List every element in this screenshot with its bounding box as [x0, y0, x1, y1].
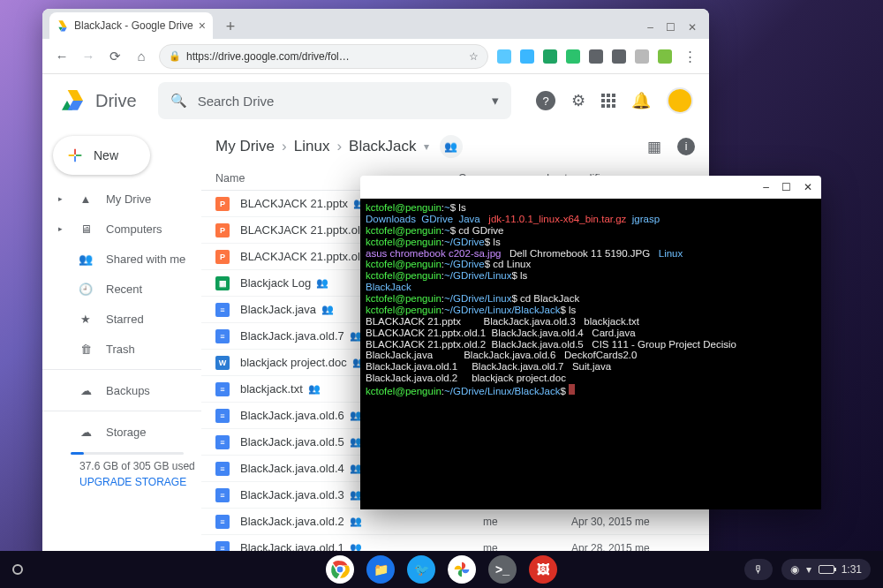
- search-placeholder: Search Drive: [198, 94, 275, 109]
- sidebar-item-label: Backups: [106, 384, 150, 397]
- sidebar-item-label: Starred: [106, 313, 144, 326]
- extension-icon[interactable]: [635, 49, 649, 64]
- file-row[interactable]: ≡BlackJack.java.old.2👥meApr 30, 2015 me: [201, 509, 709, 535]
- breadcrumb-item[interactable]: Linux: [294, 138, 330, 155]
- battery-icon: [819, 565, 834, 574]
- sidebar-item-label: Recent: [106, 283, 142, 296]
- status-pill[interactable]: ◉ ▾ 1:31: [781, 559, 871, 580]
- shelf-app-terminal[interactable]: >_: [488, 555, 517, 584]
- chromeos-shelf: 📁🐦>_🖼 🎙 ◉ ▾ 1:31: [0, 551, 883, 588]
- menu-button[interactable]: ⋮: [681, 48, 698, 65]
- nav-glyph-icon: 🕘: [78, 283, 94, 296]
- forward-button[interactable]: →: [79, 48, 97, 65]
- file-type-icon: ≡: [215, 435, 230, 449]
- bookmark-star-icon[interactable]: ☆: [469, 50, 479, 63]
- file-name: BLACKJACK 21.pptx: [240, 197, 348, 210]
- shelf-app-twitter[interactable]: 🐦: [407, 555, 435, 584]
- new-button[interactable]: New: [53, 136, 150, 175]
- term-minimize-button[interactable]: –: [763, 181, 769, 193]
- file-type-icon: ≡: [215, 329, 230, 343]
- new-tab-button[interactable]: +: [218, 14, 243, 39]
- details-info-icon[interactable]: i: [677, 138, 695, 155]
- mic-pill[interactable]: 🎙: [744, 559, 773, 580]
- header-actions: ? ⚙ 🔔: [536, 87, 693, 114]
- back-button[interactable]: ←: [53, 48, 71, 65]
- reload-button[interactable]: ⟳: [106, 48, 124, 65]
- file-name: BlackJack.java.old.5: [240, 435, 344, 449]
- file-name: blackjack project.doc: [240, 356, 347, 369]
- help-icon[interactable]: ?: [536, 91, 555, 110]
- chevron-right-icon: ›: [336, 138, 342, 155]
- mic-icon: 🎙: [753, 563, 764, 576]
- file-type-icon: ≡: [215, 515, 230, 529]
- search-icon: 🔍: [170, 93, 187, 109]
- sidebar-item-backups[interactable]: ☁ Backups: [42, 375, 201, 405]
- breadcrumb: My Drive › Linux › BlackJack ▾ 👥 ▦ i: [201, 127, 709, 166]
- plus-icon: [65, 146, 85, 165]
- share-folder-icon[interactable]: 👥: [440, 135, 463, 158]
- term-close-button[interactable]: ✕: [804, 181, 812, 193]
- chevron-right-icon: ›: [282, 138, 287, 155]
- clock-text: 1:31: [841, 563, 862, 576]
- minimize-button[interactable]: –: [647, 21, 653, 34]
- notifications-icon[interactable]: 🔔: [631, 91, 651, 110]
- launcher-button[interactable]: [12, 564, 23, 575]
- file-type-icon: ≡: [215, 462, 230, 476]
- home-button[interactable]: ⌂: [132, 48, 150, 65]
- nav-glyph-icon: 🗑: [78, 343, 94, 356]
- wifi-icon: ▾: [806, 563, 811, 576]
- sidebar-item-trash[interactable]: 🗑Trash: [42, 334, 201, 364]
- sidebar-item-storage[interactable]: ☁ Storage: [42, 417, 201, 447]
- extension-icon[interactable]: [520, 49, 534, 64]
- file-type-icon: P: [215, 197, 230, 211]
- account-avatar[interactable]: [667, 87, 693, 114]
- storage-cloud-icon: ☁: [78, 426, 94, 439]
- shelf-app-files[interactable]: 📁: [366, 555, 395, 584]
- extensions-area: [497, 49, 672, 64]
- sidebar-item-label: Shared with me: [106, 253, 185, 266]
- extension-icon[interactable]: [658, 49, 672, 64]
- chevron-down-icon[interactable]: ▾: [424, 140, 429, 153]
- breadcrumb-item-current[interactable]: BlackJack: [349, 138, 417, 155]
- sidebar-item-my-drive[interactable]: ▸▲My Drive: [42, 184, 201, 214]
- terminal-output[interactable]: kctofel@penguin:~$ ls Downloads GDrive J…: [360, 199, 821, 509]
- apps-grid-icon[interactable]: [601, 94, 615, 108]
- term-maximize-button[interactable]: ☐: [781, 181, 791, 193]
- shelf-app-image[interactable]: 🖼: [529, 555, 557, 584]
- grid-view-icon[interactable]: ▦: [647, 138, 661, 156]
- shelf-app-photos[interactable]: [448, 555, 476, 584]
- file-type-icon: W: [215, 356, 230, 370]
- extension-icon[interactable]: [612, 49, 626, 64]
- sidebar-item-recent[interactable]: 🕘Recent: [42, 274, 201, 304]
- file-type-icon: ≡: [215, 303, 230, 317]
- settings-gear-icon[interactable]: ⚙: [571, 91, 585, 110]
- active-tab[interactable]: BlackJack - Google Drive ×: [49, 12, 213, 39]
- shelf-app-chrome[interactable]: [326, 555, 354, 584]
- breadcrumb-item[interactable]: My Drive: [215, 138, 275, 155]
- new-button-label: New: [94, 148, 118, 162]
- notification-dot-icon: ◉: [790, 563, 799, 576]
- shelf-status[interactable]: 🎙 ◉ ▾ 1:31: [744, 559, 883, 580]
- upgrade-storage-link[interactable]: UPGRADE STORAGE: [79, 476, 201, 488]
- drive-favicon-icon: [57, 19, 69, 32]
- sidebar-item-computers[interactable]: ▸🖥Computers: [42, 214, 201, 244]
- sidebar-item-label: Trash: [106, 343, 135, 356]
- search-drive[interactable]: 🔍 Search Drive ▾: [158, 82, 511, 119]
- search-options-icon[interactable]: ▾: [492, 93, 499, 109]
- address-bar[interactable]: 🔒 https://drive.google.com/drive/fol… ☆: [159, 44, 488, 69]
- close-button[interactable]: ✕: [688, 21, 697, 34]
- file-name: BlackJack.java.old.4: [240, 462, 344, 475]
- drive-sidebar: New ▸▲My Drive▸🖥Computers👥Shared with me…: [42, 127, 201, 561]
- file-name: BlackJack.java.old.3: [240, 488, 344, 501]
- maximize-button[interactable]: ☐: [666, 21, 675, 34]
- sidebar-item-shared-with-me[interactable]: 👥Shared with me: [42, 244, 201, 274]
- extension-icon[interactable]: [497, 49, 511, 64]
- tab-close-icon[interactable]: ×: [199, 19, 206, 33]
- extension-icon[interactable]: [543, 49, 557, 64]
- drive-logo[interactable]: Drive: [58, 87, 137, 115]
- extension-icon[interactable]: [589, 49, 603, 64]
- sidebar-item-starred[interactable]: ★Starred: [42, 304, 201, 334]
- extension-icon[interactable]: [566, 49, 580, 64]
- shared-icon: 👥: [308, 383, 321, 395]
- cloud-icon: ☁: [78, 384, 94, 397]
